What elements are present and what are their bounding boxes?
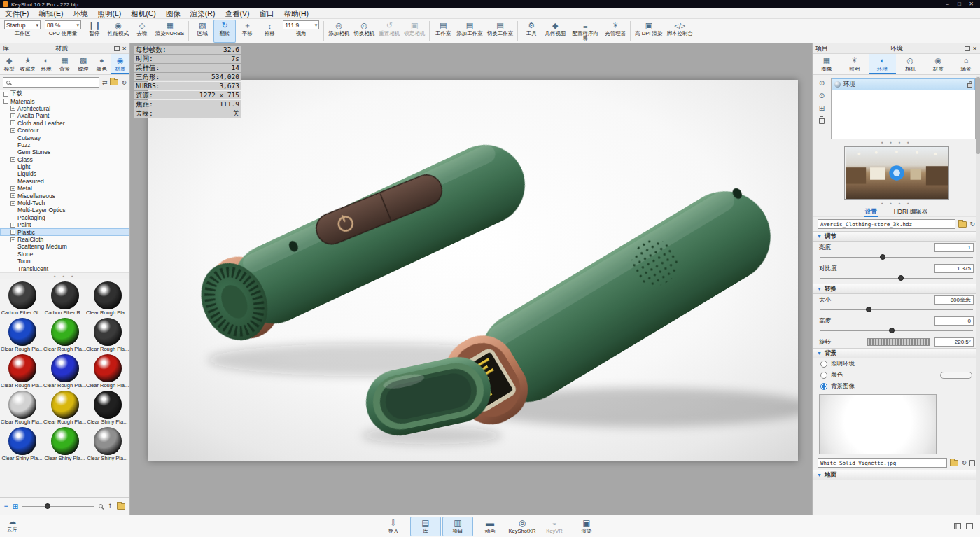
- tree-item[interactable]: +Plastic: [0, 228, 130, 235]
- contrast-slider[interactable]: [820, 274, 973, 282]
- tree-item[interactable]: +Architectural: [0, 105, 130, 112]
- expand-icon[interactable]: +: [10, 223, 15, 228]
- expand-icon[interactable]: +: [10, 193, 15, 198]
- tree-item[interactable]: Gem Stones: [0, 148, 130, 155]
- section-ground[interactable]: ▼ 地面: [813, 470, 980, 480]
- toolbar-performance-mode[interactable]: ◉性能模式: [106, 20, 131, 43]
- tree-item[interactable]: Toon: [0, 258, 130, 265]
- tree-item[interactable]: Measured: [0, 178, 130, 185]
- toolbar-workspace-combo[interactable]: Startup▾工作区: [2, 20, 43, 43]
- list-view-icon[interactable]: ≡: [4, 503, 8, 510]
- window-layout-icon[interactable]: [966, 523, 973, 529]
- tree-item[interactable]: Cutaway: [0, 134, 130, 141]
- bottom-button-library[interactable]: ▤库: [410, 517, 441, 536]
- height-slider[interactable]: [820, 327, 973, 335]
- material-thumb[interactable]: Clear Shiny Pla...: [43, 426, 86, 461]
- size-input[interactable]: 800毫米: [934, 295, 974, 305]
- hdri-file-input[interactable]: Aversis_Clothing-store_3k.hdz: [818, 219, 955, 229]
- bottom-button-import[interactable]: ⇩导入: [378, 517, 409, 536]
- bg-option[interactable]: 照明环境: [813, 358, 980, 370]
- tree-item[interactable]: Stone: [0, 251, 130, 258]
- tree-item[interactable]: -下载: [0, 90, 130, 97]
- rotation-input[interactable]: 220.5°: [934, 337, 974, 347]
- cpu-usage-combo[interactable]: 88 %▾: [45, 20, 81, 29]
- material-thumb[interactable]: Clear Shiny Pla...: [86, 390, 129, 425]
- menu-item-8[interactable]: 窗口: [254, 8, 279, 19]
- section-background[interactable]: ▼ 背景: [813, 348, 980, 358]
- collapse-icon[interactable]: -: [4, 99, 8, 104]
- menu-item-3[interactable]: 照明(L): [92, 8, 126, 19]
- toolbar-add-camera[interactable]: ◎添加相机: [326, 20, 351, 43]
- tree-item[interactable]: +Contour: [0, 127, 130, 134]
- project-scrollbar[interactable]: [976, 76, 980, 515]
- toolbar-high-dpi-render[interactable]: ▣高 DPI 渲染: [633, 20, 664, 43]
- toolbar-pan[interactable]: ＋平移: [236, 20, 258, 43]
- tree-item[interactable]: +Paint: [0, 221, 130, 228]
- material-thumb[interactable]: Clear Rough Pla...: [43, 354, 86, 389]
- tree-item[interactable]: Scattering Medium: [0, 243, 130, 250]
- material-thumb[interactable]: Carbon Fiber R...: [43, 281, 86, 316]
- tree-item[interactable]: +Axalta Paint: [0, 112, 130, 119]
- bg-option[interactable]: 背景图像: [813, 381, 980, 392]
- fov-combo[interactable]: 111.9▾: [283, 20, 319, 29]
- menu-item-4[interactable]: 相机(C): [126, 8, 161, 19]
- library-tab-model[interactable]: ◆模型: [0, 54, 18, 74]
- toolbar-studio[interactable]: ▤工作室: [432, 20, 454, 43]
- import-export-icon[interactable]: ⇄: [102, 79, 108, 86]
- project-tab-environment[interactable]: ◐环境: [869, 54, 897, 74]
- expand-icon[interactable]: +: [10, 106, 15, 111]
- library-tab-material[interactable]: ◉材质: [111, 54, 130, 74]
- toolbar-configurator-wizard[interactable]: ≡配置程序向导: [568, 20, 603, 43]
- material-thumb[interactable]: Clear Shiny Pla...: [86, 426, 129, 461]
- tree-item[interactable]: -Materials: [0, 97, 130, 104]
- tree-item[interactable]: Fuzz: [0, 141, 130, 148]
- refresh-hdri-icon[interactable]: ↻: [969, 221, 975, 228]
- library-pagination-dots[interactable]: ● ● ●: [0, 273, 130, 279]
- minimize-button[interactable]: –: [941, 0, 953, 8]
- environment-list[interactable]: 环境: [831, 78, 976, 139]
- tree-item[interactable]: Translucent: [0, 265, 130, 272]
- backplate-preview-image[interactable]: [819, 394, 937, 454]
- close-panel-icon[interactable]: ✕: [972, 46, 977, 52]
- material-thumb[interactable]: Clear Rough Pla...: [43, 390, 86, 425]
- workspace-combo[interactable]: Startup▾: [4, 20, 41, 29]
- material-thumb[interactable]: Clear Rough Pla...: [86, 281, 129, 316]
- panel-layout-icon[interactable]: [954, 523, 961, 529]
- library-tab-favorites[interactable]: ★收藏夹: [18, 54, 36, 74]
- expand-icon[interactable]: +: [10, 120, 15, 125]
- expand-icon[interactable]: +: [10, 237, 15, 242]
- toolbar-pause[interactable]: ❙❙暂停: [83, 20, 106, 43]
- material-thumb[interactable]: Clear Rough Pla...: [1, 390, 43, 425]
- upload-icon[interactable]: ↥: [107, 503, 113, 510]
- toolbar-dolly[interactable]: ↕推移: [258, 20, 281, 43]
- material-thumb[interactable]: Carbon Fiber Gl...: [1, 281, 43, 316]
- menu-item-6[interactable]: 渲染(R): [186, 8, 220, 19]
- bottom-button-render[interactable]: ▣渲染: [571, 517, 602, 536]
- browse-hdri-icon[interactable]: [958, 221, 967, 228]
- expand-icon[interactable]: +: [10, 201, 15, 206]
- cloud-library-button[interactable]: ☁ 云库: [7, 517, 18, 533]
- bg-option[interactable]: 颜色: [813, 370, 980, 381]
- environment-list-item[interactable]: 环境: [832, 78, 975, 90]
- menu-item-9[interactable]: 帮助(H): [279, 8, 314, 19]
- toolbar-fov-combo[interactable]: 111.9▾视角: [281, 20, 321, 43]
- bottom-button-xr[interactable]: ◎KeyShotXR: [507, 517, 538, 536]
- environment-pagination-dots[interactable]: ● ● ● ●: [813, 139, 980, 146]
- search-input[interactable]: [3, 77, 99, 88]
- toolbar-region[interactable]: ▧区域: [191, 20, 214, 43]
- tree-item[interactable]: +Cloth and Leather: [0, 120, 130, 127]
- refresh-library-icon[interactable]: ↻: [121, 79, 127, 86]
- tree-item[interactable]: Light: [0, 163, 130, 170]
- browse-backplate-icon[interactable]: [950, 460, 958, 466]
- material-thumb[interactable]: Clear Rough Pla...: [43, 317, 86, 352]
- brightness-input[interactable]: 1: [934, 243, 974, 252]
- size-slider[interactable]: [820, 306, 973, 314]
- tab-hdri-editor[interactable]: HDRI 编辑器: [892, 207, 930, 217]
- section-adjust[interactable]: ▼ 调节: [813, 231, 980, 242]
- material-thumb[interactable]: Clear Rough Pla...: [86, 354, 129, 389]
- menu-item-0[interactable]: 文件(F): [0, 8, 34, 19]
- float-panel-icon[interactable]: [114, 46, 120, 51]
- toolbar-cpu-usage-combo[interactable]: 88 %▾CPU 使用量: [43, 20, 83, 43]
- toolbar-switch-studio[interactable]: ▤切换工作室: [485, 20, 516, 43]
- tree-item[interactable]: Multi-Layer Optics: [0, 207, 130, 214]
